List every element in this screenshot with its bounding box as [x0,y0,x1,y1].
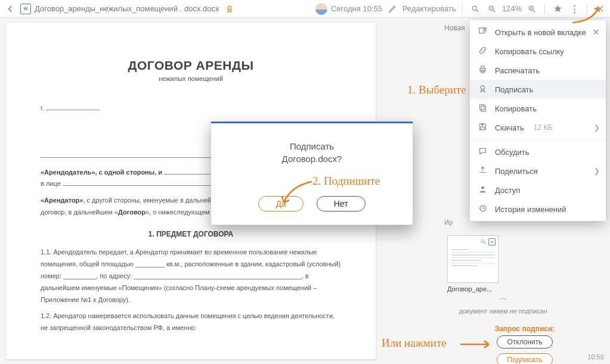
dialog-yes-button[interactable]: Да [258,196,303,211]
svg-rect-18 [479,105,484,110]
menu-access[interactable]: Доступ [470,181,606,200]
menu-download[interactable]: Скачать 12 КБ ❯ [470,118,606,137]
user-icon [477,185,488,195]
thumbnail-filename: Договор_аре... [447,285,507,293]
chat-icon [477,147,488,157]
menu-share[interactable]: Поделиться ❯ [470,161,606,181]
zoom-value[interactable]: 124% [502,4,522,13]
menu-copy[interactable]: Копировать [470,99,606,118]
svg-line-2 [476,10,479,12]
chevron-right-icon: ❯ [594,123,600,132]
document-title: Договор_аренды_нежилых_помещений . docx.… [35,4,219,13]
copy-icon [477,103,488,114]
attachment-area: W Договор_аре... ︿ документ никем не под… [447,235,602,364]
more-icon[interactable]: ⋮ [568,2,581,15]
dialog-no-button[interactable]: Нет [317,196,366,211]
svg-point-1 [472,6,476,10]
star-icon[interactable] [551,2,564,15]
not-signed-note: документ никем не подписан [459,307,547,315]
menu-open-new-tab[interactable]: Открыть в новой вкладке ✕ [470,23,606,42]
svg-point-22 [481,186,484,189]
svg-rect-19 [481,106,486,111]
svg-line-9 [533,10,535,12]
svg-point-0 [228,6,231,10]
history-icon [477,204,488,214]
search-icon[interactable] [469,2,482,15]
zoom-out-icon[interactable] [485,2,498,15]
menu-label: Открыть в новой вкладке [495,28,586,37]
docx-mini-icon: W [488,238,496,245]
menu-close-icon[interactable]: ✕ [593,27,600,37]
last-edit-timestamp: Сегодня 10:55 [331,4,382,13]
docx-file-icon: W [20,4,31,14]
zoom-in-icon[interactable] [525,2,538,15]
signature-request-label: Запрос подписи: [447,325,602,333]
sign-button[interactable]: Подписать [497,353,552,364]
annotation-step-3: Или нажмите [382,337,447,350]
menu-label: Скачать [495,123,524,132]
doc-heading: ДОГОВОР АРЕНДЫ [41,58,341,73]
menu-label: История изменений [495,205,566,214]
open-external-icon [477,27,488,38]
menu-discuss[interactable]: Обсудить [470,142,606,161]
thumbnail-card[interactable]: W Договор_аре... [447,235,507,293]
ribbon-icon [477,84,488,95]
svg-rect-21 [481,124,484,126]
menu-label: Поделиться [495,167,538,176]
menu-label: Доступ [495,186,520,195]
annotation-step-1: 1. Выберите [407,83,466,97]
menu-label: Копировать ссылку [495,47,564,56]
menu-history[interactable]: История изменений [470,200,606,219]
confirm-sign-dialog: ПодписатьДоговор.docx? Да Нет [210,122,413,225]
svg-rect-15 [481,66,484,69]
pencil-icon[interactable] [386,2,399,15]
share-mini-icon [479,238,486,246]
edit-label[interactable]: Редактировать [402,4,456,13]
menu-label: Распечатать [495,66,540,75]
download-size: 12 КБ [534,123,553,132]
top-toolbar: W Договор_аренды_нежилых_помещений . doc… [0,0,610,18]
menu-label: Копировать [495,104,537,113]
menu-copy-link[interactable]: Копировать ссылку [470,42,606,61]
menu-label: Подписать [495,85,533,94]
avatar[interactable] [315,3,327,15]
reject-button[interactable]: Отклонить [497,335,552,349]
document-thumbnail[interactable]: W [447,235,498,283]
menu-print[interactable]: Распечатать [470,61,606,80]
menu-sign[interactable]: Подписать [470,80,606,99]
close-icon[interactable] [593,2,606,15]
svg-line-5 [493,10,496,12]
svg-point-17 [481,86,484,89]
chevron-right-icon: ❯ [594,167,600,175]
save-icon [477,122,488,133]
ribbon-icon [223,2,236,15]
print-icon [477,65,488,76]
doc-subheading: нежилых помещений [41,75,341,82]
author-prefix: Ир [444,219,453,226]
svg-rect-20 [481,127,484,129]
context-menu: Открыть в новой вкладке ✕ Копировать ссы… [470,20,606,221]
panel-timestamp: 10:55 [587,353,604,360]
menu-label: Обсудить [495,148,530,157]
back-icon[interactable] [4,2,17,15]
link-icon [477,46,488,57]
upload-icon [477,166,488,176]
dialog-message: ПодписатьДоговор.docx? [223,140,401,165]
chevron-up-icon[interactable]: ︿ [459,293,547,303]
